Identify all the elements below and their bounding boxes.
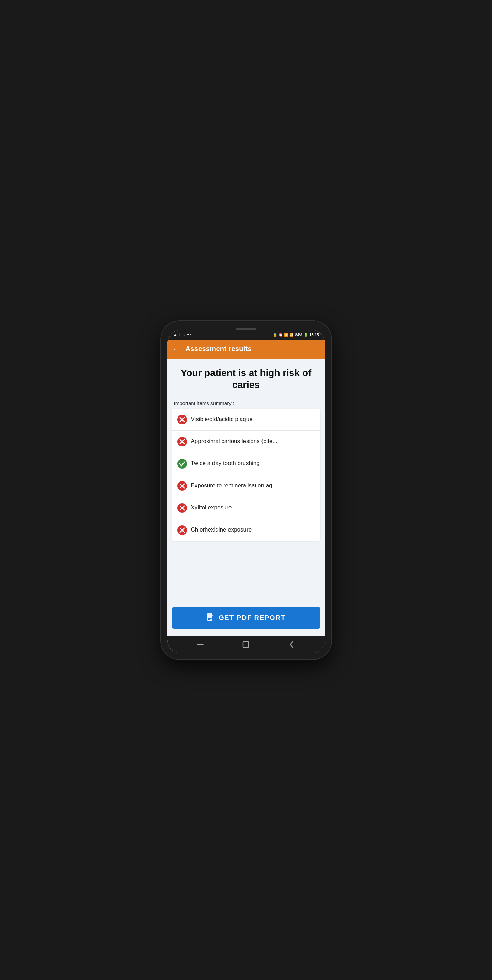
summary-label: Important items summary :	[167, 396, 325, 409]
status-left-icons: ☁ ⏸ ↓ •••	[173, 333, 191, 337]
items-card: Visible/old/acidic plaque Approximal car…	[172, 409, 320, 541]
error-icon	[177, 503, 187, 513]
svg-rect-21	[197, 644, 204, 645]
list-item: Approximal carious lesions (bite...	[172, 431, 320, 453]
list-item: Xylitol exposure	[172, 497, 320, 519]
phone-inner: ☁ ⏸ ↓ ••• 🔒 ⏰ 📶 📶 84% 🔋 18:15 ← Assessme…	[167, 330, 325, 653]
success-icon	[177, 459, 187, 469]
bottom-nav	[167, 636, 325, 653]
error-icon	[177, 437, 187, 447]
wifi-icon: 📶	[284, 333, 288, 337]
item-text-5: Xylitol exposure	[191, 504, 232, 511]
pdf-button-label: GET PDF REPORT	[219, 614, 286, 622]
list-item: Twice a day tooth brushing	[172, 453, 320, 475]
status-right: 🔒 ⏰ 📶 📶 84% 🔋 18:15	[273, 333, 319, 337]
battery-percent: 84%	[295, 333, 302, 337]
pdf-button-wrap: GET PDF REPORT	[167, 601, 325, 636]
home-icon	[196, 642, 204, 647]
notch-top	[167, 327, 325, 330]
item-text-4: Exposure to remineralisation ag...	[191, 482, 277, 489]
file-icon	[206, 613, 214, 623]
list-item: Exposure to remineralisation ag...	[172, 475, 320, 497]
item-text-6: Chlorhexidine exposure	[191, 526, 252, 533]
top-bar: ← Assessment results	[167, 340, 325, 359]
svg-rect-22	[243, 642, 249, 647]
square-icon	[242, 641, 249, 648]
status-left: ☁ ⏸ ↓ •••	[173, 333, 191, 337]
page-title: Assessment results	[185, 345, 252, 353]
error-icon	[177, 415, 187, 424]
hero-title: Your patient is at high risk of caries	[174, 367, 318, 391]
nav-back-button[interactable]	[286, 640, 298, 649]
item-text-3: Twice a day tooth brushing	[191, 460, 260, 467]
notch-bar	[236, 328, 256, 330]
svg-rect-18	[208, 617, 211, 617]
list-item: Visible/old/acidic plaque	[172, 409, 320, 431]
lock-icon: 🔒	[273, 333, 277, 337]
main-content: Your patient is at high risk of caries I…	[167, 359, 325, 636]
phone-frame: ☁ ⏸ ↓ ••• 🔒 ⏰ 📶 📶 84% 🔋 18:15 ← Assessme…	[161, 321, 331, 659]
chevron-left-icon	[289, 641, 294, 648]
svg-point-6	[177, 459, 187, 469]
status-bar: ☁ ⏸ ↓ ••• 🔒 ⏰ 📶 📶 84% 🔋 18:15	[167, 330, 325, 340]
battery-icon: 🔋	[304, 333, 308, 337]
signal-icon: 📶	[289, 333, 294, 337]
svg-rect-19	[208, 618, 212, 619]
error-icon	[177, 481, 187, 491]
get-pdf-button[interactable]: GET PDF REPORT	[172, 607, 320, 629]
clock: 18:15	[309, 333, 319, 337]
list-item: Chlorhexidine exposure	[172, 519, 320, 541]
error-icon	[177, 525, 187, 535]
item-text-2: Approximal carious lesions (bite...	[191, 438, 278, 445]
alarm-icon: ⏰	[278, 333, 283, 337]
nav-recents-button[interactable]	[240, 640, 252, 649]
nav-home-button[interactable]	[194, 640, 206, 649]
back-button[interactable]: ←	[173, 345, 180, 353]
hero-section: Your patient is at high risk of caries	[167, 359, 325, 396]
item-text-1: Visible/old/acidic plaque	[191, 415, 252, 423]
svg-rect-20	[208, 619, 211, 620]
